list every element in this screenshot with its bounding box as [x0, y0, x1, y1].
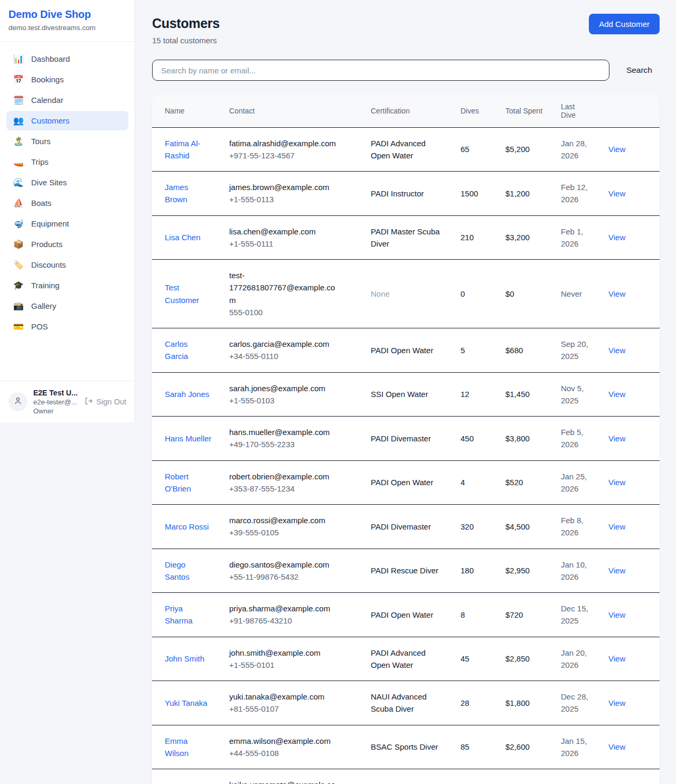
cell-actions: View: [600, 505, 660, 549]
cell-contact: yuki.tanaka@example.com +81-555-0107: [221, 681, 362, 725]
cell-last-dive: Feb 1, 2026: [552, 215, 600, 260]
customer-name-link[interactable]: Diego Santos: [165, 559, 212, 583]
cell-name: Lisa Chen: [152, 215, 221, 260]
cell-actions: View: [600, 460, 660, 505]
cell-name: Marco Rossi: [152, 505, 221, 549]
customer-email: sarah.jones@example.com: [229, 382, 325, 394]
customer-name-link[interactable]: Hans Mueller: [165, 432, 211, 445]
customer-phone: +39-555-0105: [229, 528, 279, 537]
cell-contact: fatima.alrashid@example.com +971-55-123-…: [221, 127, 362, 172]
table-row: Lisa Chen lisa.chen@example.com +1-555-0…: [152, 215, 660, 260]
customer-name-link[interactable]: Lisa Chen: [165, 231, 201, 243]
sidebar-item-bookings[interactable]: 📅 Bookings: [6, 70, 128, 89]
cell-total-spent: $1,450: [497, 372, 552, 417]
cell-dives: 8: [452, 593, 497, 637]
view-link[interactable]: View: [608, 654, 625, 663]
customer-name-link[interactable]: Fatima Al-Rashid: [165, 137, 212, 162]
column-header-contact: Contact: [221, 95, 362, 127]
sidebar-item-dashboard[interactable]: 📊 Dashboard: [6, 49, 128, 69]
page-header-text: Customers 15 total customers: [152, 14, 220, 45]
customer-phone: +81-555-0107: [229, 704, 279, 713]
customer-email: emma.wilson@example.com: [229, 735, 331, 747]
table-row: Test Customer test-1772681807767@example…: [152, 260, 660, 328]
customer-name-link[interactable]: Robert O'Brien: [165, 470, 212, 495]
sidebar-item-pos[interactable]: 💳 POS: [6, 317, 128, 336]
cell-certification: PADI Advanced Open Water: [362, 769, 452, 784]
user-name: E2E Test U...: [33, 389, 78, 397]
sidebar-item-tours[interactable]: 🏝️ Tours: [6, 131, 128, 151]
cell-certification: BSAC Sports Diver: [362, 725, 452, 769]
cell-contact: hans.mueller@example.com +49-170-555-223…: [221, 417, 362, 461]
customer-name-link[interactable]: Test Customer: [165, 281, 212, 306]
customer-name-link[interactable]: Marco Rossi: [165, 521, 209, 533]
cell-certification: PADI Advanced Open Water: [362, 637, 452, 681]
cell-actions: View: [600, 417, 660, 461]
cell-contact: sarah.jones@example.com +1-555-0103: [221, 372, 362, 417]
search-button[interactable]: Search: [619, 61, 660, 79]
sidebar-item-label: Gallery: [31, 301, 57, 310]
cell-contact: carlos.garcia@example.com +34-555-0110: [221, 328, 362, 373]
customer-phone: +1-555-0111: [229, 239, 273, 248]
cell-dives: 1500: [452, 172, 497, 216]
cell-name: James Brown: [152, 172, 221, 216]
cell-total-spent: $0: [497, 260, 552, 328]
view-link[interactable]: View: [608, 610, 625, 619]
column-header-certification: Certification: [362, 95, 452, 127]
cell-total-spent: $2,600: [497, 725, 552, 769]
view-link[interactable]: View: [608, 478, 625, 487]
sidebar-item-trips[interactable]: 🚤 Trips: [6, 152, 128, 172]
customer-name-link[interactable]: Priya Sharma: [165, 602, 212, 627]
cell-total-spent: $2,100: [497, 769, 552, 784]
table-row: Yuki Tanaka yuki.tanaka@example.com +81-…: [152, 681, 660, 725]
view-link[interactable]: View: [608, 698, 625, 707]
customer-name-link[interactable]: Yuki Tanaka: [165, 697, 208, 709]
tours-icon: 🏝️: [13, 137, 24, 146]
products-icon: 📦: [13, 240, 24, 249]
customer-phone: +34-555-0110: [229, 352, 278, 361]
customer-name-link[interactable]: Emma Wilson: [165, 735, 212, 760]
view-link[interactable]: View: [608, 522, 625, 531]
sidebar-item-boats[interactable]: ⛵ Boats: [6, 193, 128, 213]
sidebar-item-gallery[interactable]: 📸 Gallery: [6, 296, 128, 316]
sidebar-item-label: Discounts: [31, 260, 66, 269]
view-link[interactable]: View: [608, 189, 625, 198]
sidebar-item-discounts[interactable]: 🏷️ Discounts: [6, 255, 128, 275]
sidebar: Demo Dive Shop demo.test.divestreams.com…: [0, 0, 135, 422]
cell-name: Hans Mueller: [152, 417, 221, 461]
sidebar-item-label: Dashboard: [31, 54, 70, 63]
cell-last-dive: Dec 15, 2025: [552, 593, 600, 637]
sidebar-item-equipment[interactable]: 🤿 Equipment: [6, 214, 128, 233]
view-link[interactable]: View: [608, 289, 625, 298]
sidebar-item-dive-sites[interactable]: 🌊 Dive Sites: [6, 173, 128, 192]
cell-total-spent: $5,200: [497, 127, 552, 172]
customer-name-link[interactable]: John Smith: [165, 653, 204, 665]
sidebar-item-training[interactable]: 🎓 Training: [6, 276, 128, 295]
table-row: Diego Santos diego.santos@example.com +5…: [152, 549, 660, 593]
equipment-icon: 🤿: [13, 220, 24, 228]
view-link[interactable]: View: [608, 434, 625, 443]
bookings-icon: 📅: [13, 75, 24, 84]
view-link[interactable]: View: [608, 346, 625, 355]
brand-block: Demo Dive Shop demo.test.divestreams.com: [0, 0, 135, 42]
view-link[interactable]: View: [608, 233, 625, 242]
cell-dives: 210: [452, 215, 497, 260]
customer-name-link[interactable]: Carlos Garcia: [165, 338, 212, 363]
add-customer-button[interactable]: Add Customer: [589, 14, 660, 34]
cell-certification: PADI Advanced Open Water: [362, 127, 452, 172]
view-link[interactable]: View: [608, 566, 625, 575]
search-input[interactable]: [152, 60, 609, 81]
sidebar-item-customers[interactable]: 👥 Customers: [6, 111, 128, 130]
cell-last-dive: Jan 25, 2026: [552, 460, 600, 505]
view-link[interactable]: View: [608, 742, 625, 751]
sign-out-button[interactable]: Sign Out: [84, 396, 126, 407]
customer-name-link[interactable]: Sarah Jones: [165, 388, 209, 400]
view-link[interactable]: View: [608, 145, 625, 154]
view-link[interactable]: View: [608, 390, 625, 399]
sidebar-item-calendar[interactable]: 🗓️ Calendar: [6, 90, 128, 110]
sidebar-item-products[interactable]: 📦 Products: [6, 234, 128, 254]
table-row: Priya Sharma priya.sharma@example.com +9…: [152, 593, 660, 637]
customer-phone: 555-0100: [229, 308, 262, 317]
customer-name-link[interactable]: James Brown: [165, 181, 212, 206]
cell-last-dive: Sep 20, 2025: [552, 328, 600, 373]
table-row: Marco Rossi marco.rossi@example.com +39-…: [152, 505, 660, 549]
